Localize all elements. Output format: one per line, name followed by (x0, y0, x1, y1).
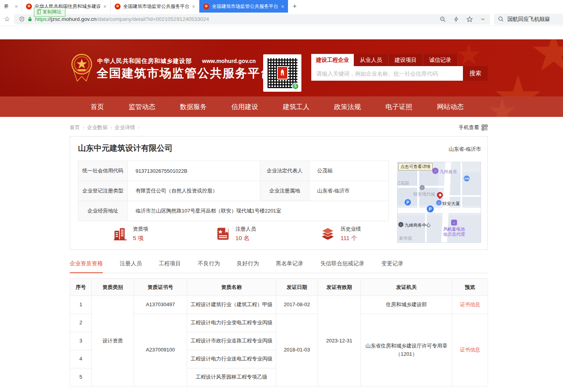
stat-registered-personnel[interactable]: 注册人员 10 名 (183, 226, 288, 242)
nav-item-credit[interactable]: 信用建设 (231, 102, 258, 111)
map-road (461, 162, 462, 208)
search-button[interactable]: 搜索 (463, 66, 488, 81)
cell-validity: 2023-12-31 (318, 296, 361, 386)
ministry-name: 中华人民共和国住房和城乡建设部 (97, 57, 192, 64)
search-icon (498, 16, 504, 22)
star-decoration-icon (532, 39, 563, 75)
tab-projects[interactable]: 工程项目 (159, 260, 181, 273)
nav-item-workers[interactable]: 建筑工人 (283, 102, 310, 111)
nav-item-data-service[interactable]: 数据服务 (180, 102, 207, 111)
table-header-row: 序号 资质类别 资质证书号 资质名称 发证日期 发证有效期 发证机关 预览 (70, 279, 488, 296)
tab-good-behavior[interactable]: 良好行为 (237, 260, 259, 273)
cell-index: 1 (70, 296, 92, 314)
header-qr-code: S (263, 54, 301, 92)
store-poi-icon: ⌂ (451, 220, 457, 226)
speed-mode-icon[interactable] (453, 16, 459, 22)
cell-cert-no: A137030497 (134, 296, 187, 314)
supermarket-poi-icon: ⌂ (432, 168, 439, 174)
nav-item-policy[interactable]: 政策法规 (334, 102, 361, 111)
nav-item-home[interactable]: 首页 (91, 102, 104, 111)
col-header-name: 资质名称 (187, 279, 276, 296)
search-tab-enterprise[interactable]: 建设工程企业 (311, 54, 354, 66)
certificate-info-link[interactable]: 证书信息 (460, 347, 480, 353)
stat-label: 注册人员 (236, 226, 256, 233)
map-label-lianan-city: 联安现代城 (413, 191, 435, 197)
tab-bad-behavior[interactable]: 不良行为 (198, 260, 220, 273)
tab-blacklist[interactable]: 黑名单记录 (276, 260, 303, 273)
search-tab-credit[interactable]: 诚信记录 (423, 54, 458, 66)
bookmark-star-icon[interactable]: ☆ (4, 15, 14, 23)
stat-value: 111 个 (340, 235, 361, 242)
tab-dishonesty-records[interactable]: 失信联合惩戒记录 (320, 260, 364, 273)
close-icon[interactable]: × (15, 4, 18, 9)
search-tab-project[interactable]: 建设项目 (388, 54, 423, 66)
close-icon[interactable]: × (192, 4, 195, 9)
map-tooltip: 点击可查看详情 (398, 163, 433, 170)
building-icon (113, 226, 128, 241)
map-label-battery-2: 临沂总代理 (443, 231, 465, 237)
national-emblem-icon (71, 54, 93, 82)
cell-index: 5 (70, 368, 92, 386)
company-location-map[interactable]: 点击可查看详情 ⌂ 九州超市 ATM 纪花园 联安现代城 ⌂ ⌂ 联安大厦 P … (397, 162, 481, 243)
nav-item-licenses[interactable]: 电子证照 (386, 102, 412, 111)
url-field[interactable]: https://jzsc.mohurd.gov.cn/data/company/… (14, 14, 490, 24)
breadcrumb-company-data[interactable]: 企业数据 (87, 124, 108, 131)
cell-category: 设计资质 (92, 296, 134, 386)
col-header-preview: 预览 (452, 279, 488, 296)
cell-index: 4 (70, 350, 92, 368)
reg-region-label: 企业注册属地 (260, 181, 309, 201)
map-label-garden: 纪花园 (397, 180, 409, 186)
browser-tab-jzsc-active[interactable]: 全国建筑市场监管公共服务平台 × (199, 0, 288, 13)
atm-poi-icon: ATM (464, 176, 470, 181)
zoom-out-icon[interactable] (440, 16, 446, 22)
certificate-info-link[interactable]: 证书信息 (460, 301, 480, 307)
browser-window: 界 × 中华人民共和国住房和城乡建设 × 全国建筑市场监管公共服务平台 × 全国… (0, 0, 563, 392)
table-row: 1 设计资质 A137030497 工程设计建筑行业（建筑工程）甲级 2017-… (70, 296, 488, 314)
quick-search-text: 国航回应飞机颠簸 (507, 16, 550, 23)
main-navigation: 首页 监管动态 数据服务 信用建设 建筑工人 政策法规 电子证照 网站动态 (0, 96, 563, 117)
reg-type-value: 有限责任公司（自然人投资或控股） (128, 181, 260, 201)
table-row: 企业经营地址 临沂市兰山区陶然路107号星河晶都（联安）现代城1号楼2201室 (78, 201, 389, 221)
col-header-issue-date: 发证日期 (276, 279, 318, 296)
stat-history-performance[interactable]: 历史业绩 111 个 (288, 226, 393, 242)
cell-authority: 山东省住房和城乡建设厅许可专用章（1201） (361, 314, 452, 386)
mobile-view-link[interactable]: 手机查看 (459, 124, 488, 131)
star-decoration-icon (494, 75, 542, 96)
search-input-row: 搜索 (311, 66, 488, 81)
breadcrumb-home[interactable]: 首页 (70, 124, 80, 131)
close-icon[interactable]: × (103, 4, 106, 9)
col-header-category: 资质类别 (92, 279, 134, 296)
platform-title: 全国建筑市场监管公共服务平台 (97, 65, 273, 81)
cell-preview: 证书信息 (452, 314, 488, 386)
browser-tab-jzsc-1[interactable]: 全国建筑市场监管公共服务平台 × (111, 0, 199, 13)
chevron-down-icon[interactable] (480, 17, 485, 22)
tab-registered-personnel[interactable]: 注册人员 (120, 260, 142, 273)
nav-item-site-news[interactable]: 网站动态 (437, 102, 464, 111)
stat-text: 注册人员 10 名 (236, 226, 256, 242)
favorite-star-icon[interactable] (466, 16, 473, 22)
browser-tab-partial[interactable]: 界 × (0, 0, 22, 13)
shield-icon[interactable] (19, 16, 25, 22)
copy-url-tooltip[interactable]: 复制网址 (34, 7, 65, 17)
company-name: 山东中元建筑设计有限公司 (78, 143, 173, 153)
url-path: /data/company/detail?id=0021052912405330… (97, 16, 209, 22)
tab-title: 界 (4, 3, 11, 10)
new-tab-button[interactable]: + (288, 0, 301, 13)
map-label-lianan-tower: 联安大厦 (442, 201, 460, 207)
nav-item-supervision[interactable]: 监管动态 (128, 102, 155, 111)
stat-text: 资质项 5 项 (133, 226, 148, 242)
breadcrumb-company-detail[interactable]: 企业详情 (115, 124, 135, 131)
keyword-search-input[interactable] (311, 66, 463, 81)
close-icon[interactable]: × (281, 4, 284, 9)
cell-qual-name: 工程设计电力行业变电工程专业丙级 (187, 314, 276, 332)
address-bar-actions (440, 16, 485, 22)
tab-change-records[interactable]: 变更记录 (381, 260, 403, 273)
header-search-module: 建设工程企业 从业人员 建设项目 诚信记录 搜索 (311, 54, 488, 81)
quick-search-box[interactable]: 国航回应飞机颠簸 (494, 14, 563, 25)
search-tab-personnel[interactable]: 从业人员 (354, 54, 388, 66)
stat-qualifications[interactable]: 资质项 5 项 (78, 226, 183, 242)
tab-qualifications[interactable]: 企业资质资格 (70, 260, 103, 273)
address-value: 临沂市兰山区陶然路107号星河晶都（联安）现代城1号楼2201室 (128, 201, 389, 221)
qr-center-logo-icon (277, 66, 288, 80)
registry-book-icon (216, 226, 230, 241)
